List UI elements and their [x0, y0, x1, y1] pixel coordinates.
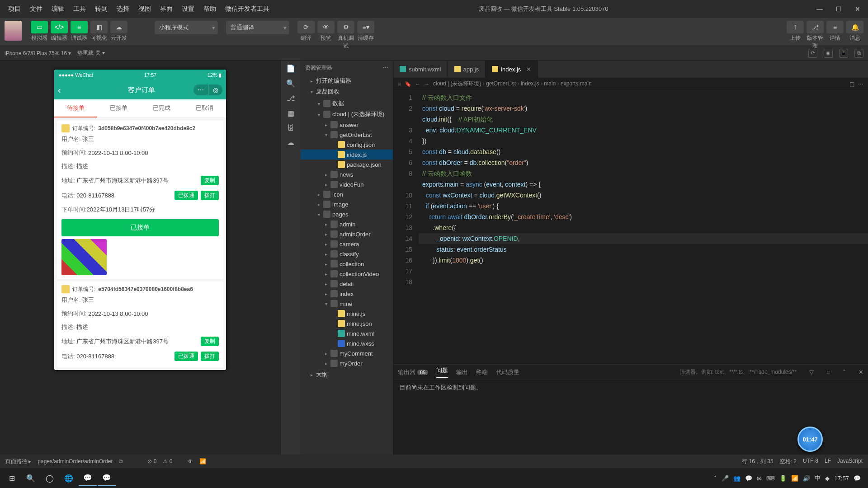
record-icon[interactable]: ◉	[824, 49, 833, 58]
crumb-item[interactable]: cloud | (未选择环境)	[433, 80, 481, 87]
tree-item-config.json[interactable]: config.json	[301, 140, 393, 150]
details-icon[interactable]: ≡	[826, 21, 844, 33]
back-icon[interactable]: ‹	[58, 85, 61, 95]
menu-转到[interactable]: 转到	[90, 5, 112, 13]
code-line[interactable]: return await dbOrder.orderBy('_createTim…	[419, 211, 868, 222]
tray-battery-icon[interactable]: 🔋	[779, 475, 787, 482]
tray-people-icon[interactable]: 👥	[733, 475, 741, 482]
panel-close-icon[interactable]: ✕	[859, 369, 863, 375]
vcs-icon[interactable]: ⎇	[807, 21, 824, 33]
tray-app-icon[interactable]: ◆	[825, 475, 830, 482]
tree-item-数据[interactable]: ▾数据	[301, 98, 393, 109]
ext-icon[interactable]: ▦	[288, 109, 294, 117]
tree-item-adminOrder[interactable]: ▸adminOrder	[301, 229, 393, 239]
upload-icon[interactable]: ⤒	[787, 21, 804, 33]
preview-icon[interactable]: 👁	[317, 21, 335, 33]
nav-back-icon[interactable]: ←	[415, 81, 420, 87]
editor-tab[interactable]: app.js	[448, 61, 486, 78]
breadcrumb[interactable]: ≡ 🔖 ← → cloud | (未选择环境) › getOrderList ›…	[393, 78, 868, 90]
problems-errors[interactable]: ⊘ 0	[147, 458, 156, 465]
remote-debug-icon[interactable]: ⚙	[337, 21, 354, 33]
crumb-item[interactable]: exports.main	[561, 80, 592, 87]
menu-工具[interactable]: 工具	[69, 5, 90, 13]
indent-label[interactable]: 空格: 2	[780, 458, 797, 465]
code-line[interactable]: const db = cloud.database()	[419, 146, 868, 157]
tree-item-collection[interactable]: ▸collection	[301, 259, 393, 269]
tray-wechat-icon[interactable]: 💬	[745, 475, 752, 482]
code-line[interactable]: status: event.orderStatus	[419, 244, 868, 255]
menu-选择[interactable]: 选择	[112, 5, 134, 13]
collapse-icon[interactable]: ≡	[826, 369, 830, 375]
tree-item-mine.wxml[interactable]: mine.wxml	[301, 328, 393, 338]
tree-item-cloud | (未选择环境)[interactable]: ▾cloud | (未选择环境)	[301, 109, 393, 120]
tray-chevron-icon[interactable]: ˄	[714, 475, 717, 482]
db-icon[interactable]: 🗄	[287, 124, 294, 132]
order-tab[interactable]: 已取消	[183, 99, 226, 117]
tree-item-image[interactable]: ▸image	[301, 199, 393, 209]
tray-wifi-icon[interactable]: 📶	[791, 475, 798, 482]
panel-filter[interactable]: 筛选器。例如: text、**/*.ts、!**/node_modules/**	[679, 368, 797, 376]
cloud-icon[interactable]: ☁	[287, 138, 294, 147]
tray-keyboard-icon[interactable]: ⌨	[766, 475, 775, 482]
tray-volume-icon[interactable]: 🔊	[803, 475, 810, 482]
copy-button[interactable]: 复制	[201, 176, 219, 185]
maximize-button[interactable]: ☐	[832, 5, 845, 13]
cloud-dev-button[interactable]: ☁	[110, 21, 127, 33]
panel-up-icon[interactable]: ˄	[843, 369, 846, 375]
device-selector[interactable]: iPhone 6/7/8 Plus 75% 16 ▾	[5, 50, 71, 56]
reload-icon[interactable]: ⟳	[808, 49, 817, 58]
close-button[interactable]: ✕	[851, 5, 864, 13]
menu-帮助[interactable]: 帮助	[199, 5, 221, 13]
panel-tab[interactable]: 问题	[436, 366, 448, 378]
simulator-button[interactable]: ▭	[31, 21, 48, 33]
tree-item-pages[interactable]: ▾pages	[301, 209, 393, 219]
filter-icon[interactable]: ▽	[809, 369, 814, 375]
menu-设置[interactable]: 设置	[177, 5, 199, 13]
tree-item-mine.wxss[interactable]: mine.wxss	[301, 338, 393, 348]
tree-item-news[interactable]: ▸news	[301, 169, 393, 179]
code-line[interactable]: const dbOrder = db.collection("order")	[419, 157, 868, 168]
tree-item-index.js[interactable]: index.js	[301, 150, 393, 160]
compile-target-dropdown[interactable]: 普通编译	[226, 21, 289, 34]
visual-button[interactable]: ◧	[90, 21, 108, 33]
panel-tab[interactable]: 输出	[456, 368, 468, 376]
crumb-item[interactable]: index.js	[521, 80, 539, 87]
tree-item-camera[interactable]: ▸camera	[301, 239, 393, 249]
code-line[interactable]: const wxContext = cloud.getWXContext()	[419, 190, 868, 201]
tray-clock[interactable]: 17:57	[834, 475, 849, 482]
tree-item-myComment[interactable]: ▸myComment	[301, 348, 393, 358]
code-area[interactable]: 12 34568 101112131415161718 // 云函数入口文件co…	[393, 90, 868, 364]
code-line[interactable]: })	[419, 136, 868, 146]
menu-视图[interactable]: 视图	[134, 5, 156, 13]
code-line[interactable]: // 云函数入口函数	[419, 168, 868, 179]
rotate-icon[interactable]: 📱	[839, 49, 848, 58]
edge-icon[interactable]: 🌐	[60, 470, 78, 486]
page-path-label[interactable]: 页面路径 ▸	[5, 458, 31, 465]
eol-label[interactable]: LF	[825, 458, 831, 465]
tree-item-classify[interactable]: ▸classify	[301, 249, 393, 259]
code-line[interactable]: if (event.action == 'user') {	[419, 201, 868, 211]
refresh-icon[interactable]: ⟳	[297, 21, 315, 33]
minimize-button[interactable]: —	[813, 5, 826, 13]
editor-tab[interactable]: submit.wxml	[393, 61, 448, 78]
section-open-editors[interactable]: ▸打开的编辑器	[301, 75, 393, 86]
section-project[interactable]: ▾废品回收	[301, 86, 393, 97]
call-button[interactable]: 拨打	[201, 191, 219, 200]
panel-tab[interactable]: 输出器85	[398, 368, 428, 376]
tree-item-answer[interactable]: ▸answer	[301, 120, 393, 130]
bookmark-icon[interactable]: 🔖	[405, 81, 411, 87]
tree-item-myOrder[interactable]: ▸myOrder	[301, 358, 393, 368]
tree-item-getOrderList[interactable]: ▾getOrderList	[301, 130, 393, 140]
copy-button[interactable]: 复制	[201, 337, 219, 346]
code-line[interactable]: env: cloud.DYNAMIC_CURRENT_ENV	[419, 125, 868, 136]
tray-mic-icon[interactable]: 🎤	[722, 475, 729, 482]
hot-reload-toggle[interactable]: 热重载 关 ▾	[77, 49, 105, 57]
problems-warnings[interactable]: ⚠ 0	[163, 458, 172, 465]
code-line[interactable]: exports.main = async (event, context) =>…	[419, 179, 868, 190]
crumb-toggle-icon[interactable]: ≡	[398, 81, 401, 87]
code-line[interactable]: _openid: wxContext.OPENID,	[419, 233, 868, 244]
snapshot-icon[interactable]: ⧉	[854, 49, 863, 58]
phone-body[interactable]: 订单编号: 3d058b9e6347e0f400b7ae420dbde9c2用户…	[54, 118, 226, 370]
taskbar-search-icon[interactable]: 🔍	[22, 470, 40, 486]
files-icon[interactable]: 📄	[286, 64, 295, 73]
